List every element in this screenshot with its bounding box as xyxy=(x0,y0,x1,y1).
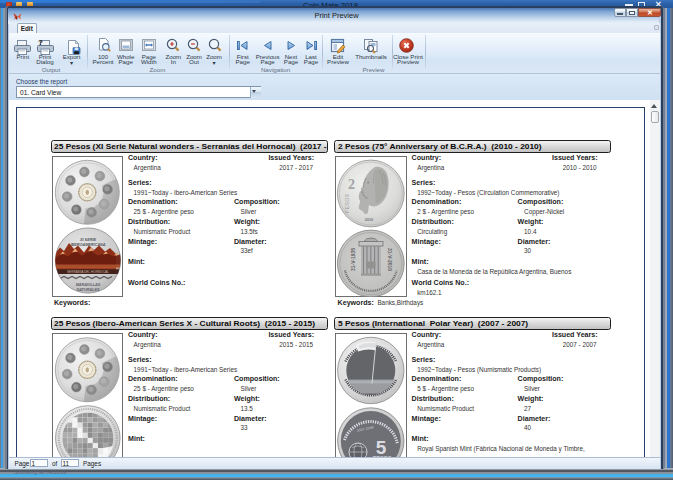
svg-text:NATURALES: NATURALES xyxy=(76,288,100,292)
svg-text:31-V-1935: 31-V-1935 xyxy=(350,247,356,270)
svg-text:?: ? xyxy=(38,39,43,47)
svg-text:31-V-2010: 31-V-2010 xyxy=(387,247,393,270)
svg-text:XI SERIE: XI SERIE xyxy=(79,237,97,241)
svg-text:SERRANIA DEL HORNOCAL: SERRANIA DEL HORNOCAL xyxy=(67,269,109,273)
svg-text:IBEROAMERICANA: IBEROAMERICANA xyxy=(70,243,105,247)
svg-text:MARAVILLAS: MARAVILLAS xyxy=(75,283,100,287)
svg-text:2010: 2010 xyxy=(365,217,373,221)
svg-text:PESOS: PESOS xyxy=(344,193,350,213)
svg-text:2: 2 xyxy=(348,176,355,191)
